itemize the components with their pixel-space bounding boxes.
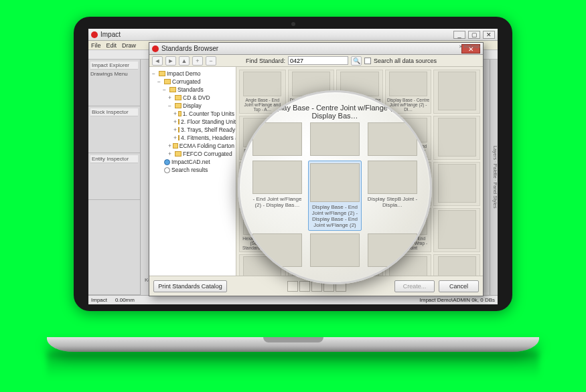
maximize-button[interactable]: ▢ [468, 31, 480, 39]
tree-node[interactable]: +3. Trays, Shelf Ready and Fillers [151, 126, 234, 134]
dialog-toolbar: ◄ ► ▲ + − Find Standard: 🔍 Search all da… [149, 55, 483, 67]
view-icon-2[interactable] [299, 281, 310, 292]
tree-node[interactable]: −Corrugated [151, 78, 234, 86]
nav-fwd-button[interactable]: ► [165, 56, 176, 66]
tree-node[interactable]: −Display [151, 102, 234, 110]
expand-icon[interactable]: + [173, 118, 177, 125]
globe-icon [164, 159, 170, 165]
panel-spacer [88, 200, 140, 295]
expand-icon[interactable]: + [168, 151, 173, 157]
mag-cell-top-right [366, 122, 419, 158]
tree-label: 1. Counter Top Units [183, 110, 234, 117]
expand-icon[interactable]: + [173, 134, 177, 141]
panel-block: Block Inspector [88, 106, 140, 153]
tree-node[interactable]: −Impact Demo [151, 70, 234, 78]
expand-icon[interactable]: − [168, 102, 173, 109]
left-panel-stack: Impact Explorer Drawings Menu Block Insp… [88, 60, 141, 295]
mag-thumb-icon [252, 161, 302, 194]
close-button[interactable]: ✕ [483, 31, 495, 39]
dialog-title: Standards Browser [161, 45, 218, 52]
thumbnail-icon [243, 72, 281, 96]
tree-node[interactable]: −Standards [151, 86, 234, 94]
panel-block-title: Block Inspector [90, 108, 138, 116]
thumbnail-icon [438, 210, 476, 249]
search-icon [164, 167, 170, 173]
find-go-button[interactable]: 🔍 [351, 56, 362, 66]
thumbnail-item[interactable] [433, 116, 480, 160]
folder-icon [159, 71, 165, 76]
search-all-checkbox[interactable] [364, 58, 371, 64]
expand-icon[interactable]: + [168, 94, 173, 101]
mag-cell-left[interactable]: - End Joint w/Flange (2) - Display Bas… [250, 161, 304, 231]
view-icon-1[interactable] [287, 281, 298, 292]
folder-icon [173, 143, 177, 149]
thumbnail-item[interactable] [433, 162, 480, 206]
tree-node[interactable]: ImpactCAD.net [151, 158, 234, 166]
mag-thumb-icon [368, 122, 417, 156]
mag-thumb-icon [252, 122, 302, 156]
tree-label: Display [183, 102, 202, 109]
panel-drawings-label[interactable]: Drawings Menu [90, 71, 138, 77]
mag-top-label: Display Base - Centre Joint w/Flange (2)… [260, 104, 410, 120]
folder-icon [178, 111, 181, 116]
folder-icon [175, 103, 181, 108]
mag-cell-selected[interactable]: Display Base - End Joint w/Flange (2) - … [308, 161, 362, 231]
dialog-titlebar[interactable]: Standards Browser ✕ [149, 43, 483, 55]
expand-icon[interactable]: − [163, 86, 168, 93]
statusbar: Impact 0.00mm Impact Demo\ADMIN 0k, 0 DB… [88, 295, 498, 304]
tree-node[interactable]: Search results [151, 166, 234, 174]
menu-edit[interactable]: Edit [106, 42, 117, 49]
tree-label: Search results [171, 167, 208, 173]
expand-icon[interactable]: − [152, 70, 157, 77]
tree-label: 3. Trays, Shelf Ready and Fillers [181, 126, 236, 133]
tree-node[interactable]: +2. Floor Standing Units [151, 118, 234, 126]
folder-icon [178, 135, 179, 140]
app-title: Impact [100, 31, 121, 38]
mag-thumb-icon [310, 233, 360, 267]
thumbnail-item[interactable] [433, 254, 480, 276]
nav-up-button[interactable]: ▲ [179, 56, 190, 66]
thumbnail-icon [438, 164, 476, 203]
mag-left-label: - End Joint w/Flange (2) - Display Bas… [250, 196, 304, 208]
laptop-notch [263, 337, 323, 342]
menu-file[interactable]: File [91, 42, 101, 49]
folder-icon [169, 87, 176, 92]
tree-node[interactable]: +4. Fitments, Headers and Support [151, 134, 234, 142]
menu-draw[interactable]: Draw [122, 42, 136, 49]
print-catalog-button[interactable]: Print Standards Catalog [153, 280, 227, 292]
create-button[interactable]: Create... [394, 280, 435, 292]
nav-minus-button[interactable]: − [206, 56, 216, 66]
mag-center-label: Display Base - End Joint w/Flange (2) - … [311, 204, 359, 228]
cancel-button[interactable]: Cancel [439, 280, 479, 292]
laptop-base [47, 337, 539, 352]
tree-node[interactable]: +1. Counter Top Units [151, 110, 234, 118]
folder-icon [178, 127, 179, 132]
mag-thumb-icon [310, 122, 360, 156]
thumbnail-item[interactable]: Display Base - Centre Joint w/Flange (2)… [385, 70, 432, 114]
tree-node[interactable]: +CD & DVD [151, 94, 234, 102]
standards-tree[interactable]: ✕ Refresh −Impact Demo−Corrugated−Standa… [149, 67, 236, 276]
status-left: Impact [91, 297, 107, 303]
panel-entity-title: Entity Inspector [90, 155, 138, 163]
minimize-button[interactable]: _ [453, 31, 465, 39]
expand-icon[interactable]: + [168, 142, 171, 149]
nav-back-button[interactable]: ◄ [152, 56, 163, 66]
expand-icon[interactable]: + [173, 126, 177, 133]
tree-node[interactable]: +ECMA Folding Carton [151, 142, 234, 150]
tree-label: CD & DVD [183, 94, 210, 101]
thumbnail-icon [389, 72, 427, 96]
thumbnail-item[interactable] [433, 70, 480, 114]
status-right: Impact Demo\ADMIN 0k, 0 DBs [420, 297, 495, 303]
find-standard-input[interactable] [288, 56, 348, 65]
folder-icon [178, 119, 179, 124]
expand-icon[interactable]: − [157, 78, 163, 85]
right-vertical-tabs[interactable]: Layers · Palette · Panel Styles [490, 60, 498, 295]
expand-icon[interactable]: + [173, 110, 177, 117]
magnifier-overlay: Display Base - Centre Joint w/Flange (2)… [238, 90, 432, 284]
tree-node[interactable]: +FEFCO Corrugated [151, 150, 234, 158]
mag-cell-right[interactable]: Display StepB Joint - Displa… [366, 161, 419, 231]
thumbnail-item[interactable] [433, 208, 480, 252]
laptop-camera [291, 22, 295, 26]
mag-cell-top-mid [308, 122, 362, 158]
nav-plus-button[interactable]: + [192, 56, 203, 66]
